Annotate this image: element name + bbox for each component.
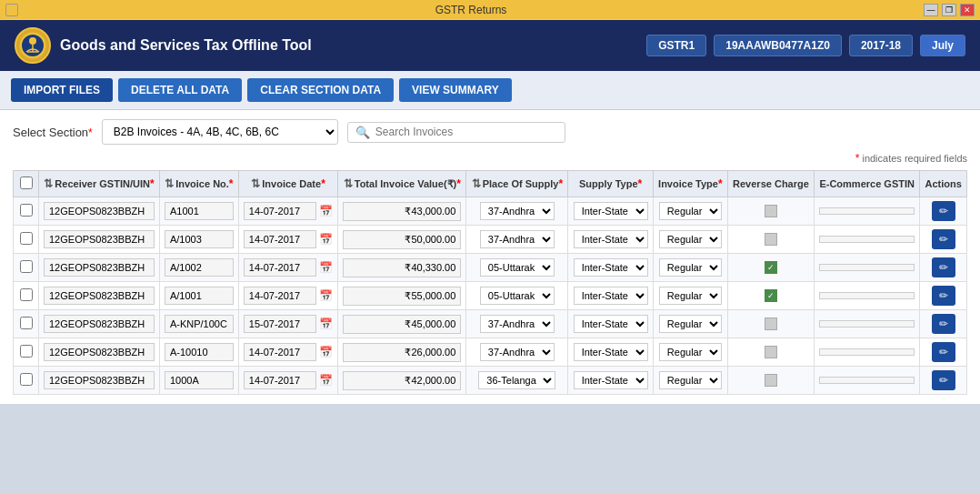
invoice-date-input[interactable]: 14-07-2017 [244,258,316,277]
invoice-type-select[interactable]: Regular [659,258,722,277]
total-value-input[interactable]: ₹42,000.00 [343,371,461,390]
reverse-charge-checked[interactable]: ✓ [765,261,777,274]
place-of-supply-select[interactable]: 36-Telanga [478,371,555,389]
place-of-supply-select[interactable]: 05-Uttarak [480,258,555,277]
invoice-no-input[interactable]: A/1002 [165,258,234,277]
search-input[interactable] [375,126,557,138]
invoice-type-select[interactable]: Regular [659,371,722,389]
ecommerce-input[interactable] [819,292,915,299]
total-value-input[interactable]: ₹26,000.00 [343,343,461,362]
gstin-input[interactable]: 12GEOPS0823BBZH [44,258,155,277]
reverse-charge-unchecked[interactable] [765,318,777,330]
supply-type-select[interactable]: Inter-State [574,343,648,361]
supply-type-select[interactable]: Inter-State [574,230,648,248]
supply-type-select[interactable]: Inter-State [574,287,648,305]
edit-button[interactable]: ✏ [932,201,955,221]
edit-button[interactable]: ✏ [932,257,955,277]
row-checkbox[interactable] [20,373,33,386]
row-invoice-date: 14-07-2017 📅 [238,254,338,282]
invoice-no-input[interactable]: A-10010 [165,343,234,361]
gstin-input[interactable]: 12GEOPS0823BBZH [44,202,155,220]
edit-button[interactable]: ✏ [932,229,955,249]
minimize-button[interactable]: — [924,4,938,16]
invoice-no-input[interactable]: A/1003 [165,230,234,248]
calendar-icon[interactable]: 📅 [319,374,333,387]
month-badge[interactable]: July [920,35,965,56]
row-checkbox[interactable] [20,260,33,273]
gstin-input[interactable]: 12GEOPS0823BBZH [44,287,155,305]
view-summary-button[interactable]: VIEW SUMMARY [399,78,512,102]
ecommerce-input[interactable] [819,207,915,215]
clear-section-data-button[interactable]: CLEAR SECTION DATA [247,78,394,102]
row-checkbox[interactable] [20,288,33,301]
calendar-icon[interactable]: 📅 [319,346,333,358]
invoice-type-select[interactable]: Regular [659,230,722,248]
reverse-charge-checked[interactable]: ✓ [765,289,777,302]
invoice-type-select[interactable]: Regular [659,202,722,220]
close-button[interactable]: ✕ [960,4,975,16]
row-checkbox[interactable] [20,204,33,217]
supply-type-select[interactable]: Inter-State [574,202,648,220]
select-all-checkbox[interactable] [20,176,33,189]
ecommerce-input[interactable] [819,377,915,384]
invoice-date-input[interactable]: 14-07-2017 [244,202,316,220]
invoice-type-select[interactable]: Regular [659,287,722,305]
invoice-no-input[interactable]: A-KNP/100C [165,315,234,333]
year-badge[interactable]: 2017-18 [849,35,913,56]
invoice-no-input[interactable]: A1001 [165,202,234,220]
invoice-date-input[interactable]: 14-07-2017 [244,287,316,305]
row-checkbox[interactable] [20,345,33,358]
invoice-date-input[interactable]: 14-07-2017 [244,371,316,389]
invoice-date-input[interactable]: 15-07-2017 [244,315,316,333]
calendar-icon[interactable]: 📅 [319,233,333,246]
reverse-charge-unchecked[interactable] [765,233,777,246]
place-of-supply-select[interactable]: 37-Andhra [480,315,555,333]
invoice-type-select[interactable]: Regular [659,343,722,361]
invoice-date-input[interactable]: 14-07-2017 [244,230,316,248]
restore-button[interactable]: ❐ [942,4,956,16]
calendar-icon[interactable]: 📅 [319,318,333,330]
edit-button[interactable]: ✏ [932,286,955,306]
supply-type-select[interactable]: Inter-State [574,258,648,277]
total-value-input[interactable]: ₹43,000.00 [343,202,461,221]
ecommerce-input[interactable] [819,264,915,271]
reverse-charge-unchecked[interactable] [765,374,777,387]
delete-all-data-button[interactable]: DELETE ALL DATA [118,78,242,102]
calendar-icon[interactable]: 📅 [319,289,333,302]
total-value-input[interactable]: ₹55,000.00 [343,287,461,306]
supply-type-select[interactable]: Inter-State [574,315,648,333]
supply-type-select[interactable]: Inter-State [574,371,648,389]
place-of-supply-select[interactable]: 37-Andhra [480,202,555,220]
gstr-badge[interactable]: GSTR1 [646,35,706,56]
place-of-supply-select[interactable]: 37-Andhra [480,343,555,361]
calendar-icon[interactable]: 📅 [319,205,333,217]
invoice-no-input[interactable]: A/1001 [165,287,234,305]
ecommerce-input[interactable] [819,236,915,243]
total-value-input[interactable]: ₹45,000.00 [343,315,461,334]
invoice-no-input[interactable]: 1000A [165,371,234,389]
row-checkbox[interactable] [20,317,33,329]
reverse-charge-unchecked[interactable] [765,346,777,358]
edit-button[interactable]: ✏ [932,314,955,334]
gstin-input[interactable]: 12GEOPS0823BBZH [44,371,155,389]
total-value-input[interactable]: ₹40,330.00 [343,258,461,277]
edit-button[interactable]: ✏ [932,342,955,362]
import-files-button[interactable]: IMPORT FILES [11,78,113,102]
gstin-input[interactable]: 12GEOPS0823BBZH [44,230,155,248]
ecommerce-input[interactable] [819,348,915,356]
gstin-badge[interactable]: 19AAAWB0477A1Z0 [714,35,842,56]
gstin-input[interactable]: 12GEOPS0823BBZH [44,343,155,361]
invoice-type-select[interactable]: Regular [659,315,722,333]
invoice-date-input[interactable]: 14-07-2017 [244,343,316,361]
row-checkbox[interactable] [20,232,33,245]
section-dropdown[interactable]: B2B Invoices - 4A, 4B, 4C, 6B, 6C [102,119,338,145]
place-of-supply-select[interactable]: 05-Uttarak [480,287,555,305]
gstin-input[interactable]: 12GEOPS0823BBZH [44,315,155,333]
row-supply-type: Inter-State [568,338,654,367]
calendar-icon[interactable]: 📅 [319,261,333,274]
total-value-input[interactable]: ₹50,000.00 [343,230,461,249]
edit-button[interactable]: ✏ [932,370,955,390]
ecommerce-input[interactable] [819,320,915,328]
reverse-charge-unchecked[interactable] [765,205,777,217]
place-of-supply-select[interactable]: 37-Andhra [480,230,555,248]
